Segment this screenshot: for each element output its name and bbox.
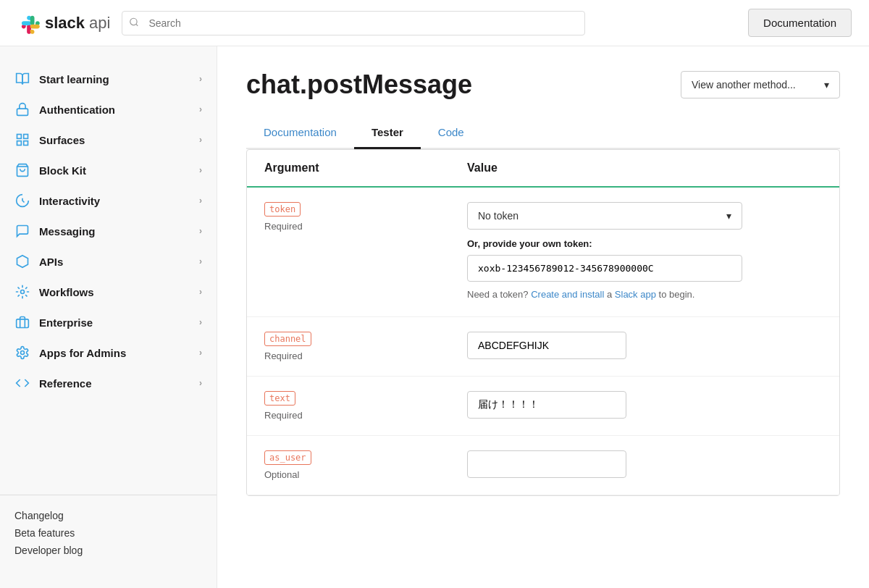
authentication-icon — [14, 101, 30, 117]
sidebar-item-workflows[interactable]: Workflows › — [0, 277, 217, 307]
token-select-value: No token — [478, 210, 519, 222]
apis-icon — [14, 253, 30, 269]
surfaces-icon — [14, 132, 30, 148]
value-header: Value — [467, 161, 822, 175]
arg-cell-token: token Required — [264, 202, 467, 232]
dropdown-chevron-icon: ▾ — [824, 79, 829, 91]
search-icon — [129, 17, 139, 29]
tester-area: Argument Value token Required No token ▾… — [246, 149, 840, 496]
svg-point-9 — [21, 351, 25, 355]
svg-rect-5 — [17, 141, 22, 146]
sidebar-item-reference[interactable]: Reference › — [0, 368, 217, 398]
table-row: channel Required — [247, 317, 839, 377]
token-select-chevron-icon: ▾ — [726, 210, 731, 222]
svg-rect-4 — [24, 141, 28, 146]
footer-link-beta-features[interactable]: Beta features — [14, 524, 202, 542]
sidebar-item-surfaces[interactable]: Surfaces › — [0, 125, 217, 155]
value-cell-as-user — [467, 450, 822, 478]
table-row: token Required No token ▾ Or, provide yo… — [247, 188, 839, 317]
view-method-dropdown[interactable]: View another method... ▾ — [681, 71, 840, 98]
table-row: text Required — [247, 377, 839, 436]
sidebar-item-label: Apps for Admins — [39, 347, 126, 359]
sidebar-item-label: Start learning — [39, 73, 109, 85]
header: slack api Documentation — [0, 0, 869, 46]
sidebar-item-messaging[interactable]: Messaging › — [0, 216, 217, 246]
svg-rect-1 — [17, 109, 28, 115]
sidebar-nav: Start learning › Authentication › Surfac… — [0, 64, 217, 483]
tabs-bar: DocumentationTesterCode — [246, 117, 840, 149]
arg-badge-token: token — [264, 202, 301, 217]
token-select[interactable]: No token ▾ — [467, 202, 742, 230]
sidebar-item-apis[interactable]: APIs › — [0, 246, 217, 277]
start-learning-icon — [14, 71, 30, 87]
enterprise-icon — [14, 314, 30, 330]
sidebar-item-label: Enterprise — [39, 316, 93, 329]
block-kit-icon — [14, 162, 30, 178]
arg-badge-text: text — [264, 391, 295, 406]
as-user-input[interactable] — [467, 450, 626, 478]
sidebar-item-label: Authentication — [39, 104, 115, 116]
slack-app-link[interactable]: Slack app — [615, 289, 656, 300]
table-header: Argument Value — [247, 150, 839, 188]
chevron-right-icon: › — [199, 135, 202, 145]
svg-rect-8 — [17, 319, 29, 328]
main-content: chat.postMessage View another method... … — [217, 46, 869, 588]
sidebar-footer: ChangelogBeta featuresDeveloper blog — [0, 495, 217, 571]
tab-documentation[interactable]: Documentation — [246, 117, 354, 149]
arg-required-token: Required — [264, 221, 467, 232]
svg-rect-3 — [24, 135, 28, 139]
channel-input[interactable] — [467, 332, 626, 359]
sidebar-item-block-kit[interactable]: Block Kit › — [0, 155, 217, 185]
text-input[interactable] — [467, 391, 626, 419]
chevron-right-icon: › — [199, 196, 202, 206]
footer-link-changelog[interactable]: Changelog — [14, 507, 202, 524]
search-bar — [122, 11, 585, 35]
sidebar-item-enterprise[interactable]: Enterprise › — [0, 307, 217, 337]
chevron-right-icon: › — [199, 226, 202, 236]
arg-badge-as-user: as_user — [264, 450, 311, 465]
logo[interactable]: slack api — [17, 12, 110, 35]
value-cell-token: No token ▾ Or, provide your own token: N… — [467, 202, 822, 302]
page-title: chat.postMessage — [246, 70, 472, 100]
tab-code[interactable]: Code — [421, 117, 482, 149]
chevron-right-icon: › — [199, 317, 202, 327]
create-install-link[interactable]: Create and install — [531, 289, 604, 300]
search-input[interactable] — [122, 11, 585, 35]
svg-rect-2 — [17, 135, 22, 139]
logo-brand: slack — [45, 14, 85, 33]
sidebar-item-label: Block Kit — [39, 164, 86, 177]
sidebar-item-label: Surfaces — [39, 134, 85, 146]
chevron-right-icon: › — [199, 348, 202, 358]
arg-required-channel: Required — [264, 350, 467, 361]
footer-link-developer-blog[interactable]: Developer blog — [14, 542, 202, 559]
sidebar-item-label: Workflows — [39, 286, 94, 298]
token-help-text: Need a token? Create and install a Slack… — [467, 287, 742, 302]
chevron-right-icon: › — [199, 378, 202, 388]
interactivity-icon — [14, 193, 30, 209]
argument-header: Argument — [264, 161, 467, 175]
own-token-label: Or, provide your own token: — [467, 238, 822, 249]
svg-point-7 — [21, 290, 25, 294]
sidebar-item-label: Reference — [39, 377, 92, 390]
sidebar-item-start-learning[interactable]: Start learning › — [0, 64, 217, 94]
sidebar-item-interactivity[interactable]: Interactivity › — [0, 185, 217, 216]
chevron-right-icon: › — [199, 165, 202, 175]
documentation-button[interactable]: Documentation — [748, 9, 852, 37]
apps-for-admins-icon — [14, 345, 30, 361]
token-input[interactable] — [467, 255, 742, 282]
sidebar-item-authentication[interactable]: Authentication › — [0, 94, 217, 125]
workflows-icon — [14, 284, 30, 300]
logo-api: api — [89, 14, 110, 33]
sidebar-item-apps-for-admins[interactable]: Apps for Admins › — [0, 337, 217, 368]
arg-required-text: Required — [264, 410, 467, 421]
chevron-right-icon: › — [199, 104, 202, 114]
main-header: chat.postMessage View another method... … — [246, 70, 840, 100]
tab-tester[interactable]: Tester — [354, 117, 421, 149]
messaging-icon — [14, 223, 30, 239]
chevron-right-icon: › — [199, 256, 202, 266]
arg-cell-as-user: as_user Optional — [264, 450, 467, 480]
reference-icon — [14, 375, 30, 391]
sidebar-item-label: Messaging — [39, 225, 96, 238]
slack-logo-icon — [17, 12, 41, 35]
arg-cell-channel: channel Required — [264, 332, 467, 361]
